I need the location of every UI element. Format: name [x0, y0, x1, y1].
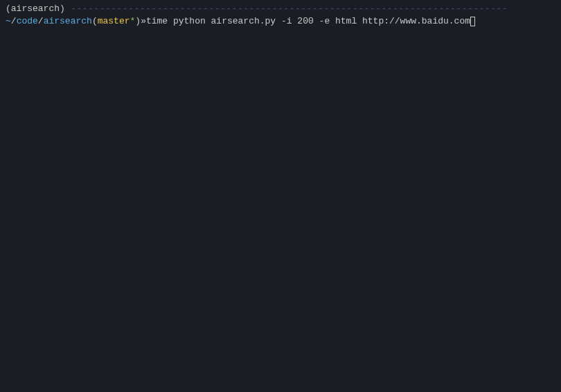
path-slash-2: / — [38, 15, 44, 28]
prompt-arrow: » — [141, 15, 146, 28]
git-branch: master — [98, 15, 130, 28]
env-name: airsearch — [11, 3, 60, 14]
path-code: code — [17, 15, 38, 28]
header-dashes: ----------------------------------------… — [65, 3, 508, 14]
env-close-paren: ) — [60, 3, 65, 14]
env-open-paren: ( — [6, 3, 11, 14]
branch-close-paren: ) — [135, 15, 141, 28]
git-dirty-star: * — [130, 15, 136, 28]
prompt-line[interactable]: ~/code/airsearch(master*) » time python … — [6, 15, 555, 28]
path-tilde: ~ — [6, 15, 11, 28]
command-text: time python airsearch.py -i 200 -e html … — [146, 15, 470, 28]
branch-open-paren: ( — [92, 15, 98, 28]
path-slash-1: / — [11, 15, 17, 28]
env-header-line: (airsearch) ----------------------------… — [6, 3, 555, 15]
cursor-icon — [470, 17, 475, 26]
path-airsearch: airsearch — [44, 15, 92, 28]
